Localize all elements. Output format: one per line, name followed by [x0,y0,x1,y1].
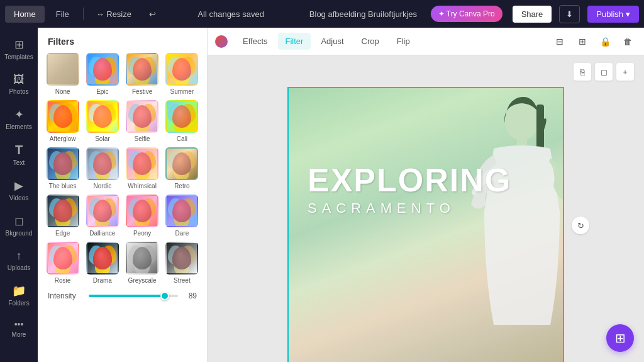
intensity-label: Intensity [48,291,82,300]
filter-thumb-dare [165,195,198,227]
filter-item-drama[interactable]: Drama [85,242,119,284]
filter-thumb-epic [86,53,119,86]
filter-label-nordic: Nordic [93,183,111,189]
filter-thumb-greyscale [126,242,158,274]
toolbar-flip-btn[interactable]: Flip [389,33,418,50]
toolbar-filter-btn[interactable]: Filter [278,33,311,50]
lock-icon-btn[interactable]: 🔒 [596,33,614,50]
filter-label-afterglow: Afterglow [50,135,76,142]
filter-item-selfie[interactable]: Selfie [125,100,160,142]
nav-tab-home[interactable]: Home [5,6,45,23]
filter-thumb-summer [165,53,198,86]
color-picker-dot[interactable] [215,35,228,48]
more-icon: ••• [14,319,24,329]
filter-item-whimsical[interactable]: Whimsical [125,147,160,189]
filter-item-solar[interactable]: Solar [85,100,119,142]
filter-label-edge: Edge [55,230,70,237]
filter-item-epic[interactable]: Epic [85,53,119,95]
sidebar-item-folders[interactable]: 📁 Folders [3,279,35,312]
publish-button[interactable]: Publish ▾ [587,6,639,23]
sidebar-item-text[interactable]: T Text [3,138,35,171]
delete-icon-btn[interactable]: 🗑 [619,33,636,50]
filter-thumb-edge [47,195,79,227]
toolbar-adjust-btn[interactable]: Adjust [313,33,351,50]
filter-thumb-solar [86,100,119,133]
chevron-down-icon: ▾ [626,9,630,19]
share-button[interactable]: Share [513,6,552,23]
trash-icon: 🗑 [623,37,632,47]
refresh-icon: ↻ [577,221,584,230]
grid-icon-btn[interactable]: ⊞ [574,33,591,50]
canvas-image[interactable]: EXPLORING SACRAMENTO [287,87,564,362]
filter-item-greyscale[interactable]: Greyscale [125,242,160,284]
top-navigation: Home File ↔ Resize ↩ All changes saved B… [0,0,644,28]
filter-label-dalliance: Dalliance [89,230,115,237]
filter-thumb-drama [86,242,119,274]
panel-title: Filters [38,28,207,53]
intensity-section: Intensity 89 [38,284,207,308]
filter-item-nordic[interactable]: Nordic [85,147,119,189]
filters-panel: Filters NoneEpicFestiveSummerAfterglowSo… [38,28,208,362]
document-title: All changes saved [166,9,296,19]
filter-item-festive[interactable]: Festive [125,53,160,95]
filter-thumb-festive [126,53,158,86]
sidebar-icon-bar: ⊞ Templates 🖼 Photos ✦ Elements T Text ▶… [0,28,38,362]
filter-label-theblues: The blues [49,183,77,189]
doc-name: Blog afbeelding Bruiloftjurkjes [298,9,428,19]
sidebar-item-uploads[interactable]: ↑ Uploads [3,244,35,276]
sidebar-item-templates[interactable]: ⊞ Templates [3,33,35,65]
intensity-value: 89 [184,291,197,300]
filter-item-peony[interactable]: Peony [125,195,160,237]
undo-icon: ↩ [149,9,156,19]
background-icon: ◻ [14,214,24,228]
refresh-button[interactable]: ↻ [572,217,589,234]
sidebar-item-background[interactable]: ◻ Bkground [3,209,35,242]
image-toolbar: Effects Filter Adjust Crop Flip ⊟ ⊞ 🔒 🗑 [208,28,644,55]
toolbar-right-icons: ⊟ ⊞ 🔒 🗑 [551,33,636,50]
resize-button[interactable]: ↔ Resize [89,6,139,23]
intensity-slider[interactable] [89,295,178,297]
filter-item-dalliance[interactable]: Dalliance [85,195,119,237]
sidebar-item-more[interactable]: ••• More [3,314,35,343]
filter-label-selfie: Selfie [135,135,150,142]
duplicate-icon: ◻ [601,67,608,77]
toolbar-crop-btn[interactable]: Crop [354,33,387,50]
sidebar-item-elements[interactable]: ✦ Elements [3,103,35,135]
filter-thumb-peony [126,195,158,227]
canvas-action-add[interactable]: + [616,63,634,81]
canvas-action-copy[interactable]: ⎘ [574,63,591,81]
download-button[interactable]: ⬇ [559,5,580,23]
filter-item-afterglow[interactable]: Afterglow [45,100,80,142]
toolbar-effects-btn[interactable]: Effects [235,33,275,50]
try-pro-button[interactable]: ✦ Try Canva Pro [431,6,502,22]
filter-label-summer: Summer [170,88,194,95]
lock-icon: 🔒 [600,37,611,47]
canvas-text-overlay: EXPLORING SACRAMENTO [308,164,511,217]
fab-icon: ⊞ [615,331,626,346]
filter-item-rosie[interactable]: Rosie [45,242,80,284]
nav-tab-file[interactable]: File [47,6,78,23]
canvas-area: ⎘ ◻ + [208,55,644,362]
filter-item-edge[interactable]: Edge [45,195,80,237]
filter-item-retro[interactable]: Retro [165,147,199,189]
filter-item-theblues[interactable]: The blues [45,147,80,189]
filter-item-dare[interactable]: Dare [165,195,199,237]
filter-item-cali[interactable]: Cali [165,100,199,142]
canvas-action-duplicate[interactable]: ◻ [595,63,613,81]
filter-label-cali: Cali [177,135,187,142]
align-icon: ⊟ [556,37,564,47]
floating-action-button[interactable]: ⊞ [606,324,634,352]
elements-icon: ✦ [14,108,24,122]
filter-item-street[interactable]: Street [165,242,199,284]
sidebar-item-photos[interactable]: 🖼 Photos [3,68,35,100]
sidebar-item-videos[interactable]: ▶ Videos [3,174,35,206]
filter-label-dare: Dare [175,230,189,237]
templates-icon: ⊞ [14,38,24,52]
align-icon-btn[interactable]: ⊟ [551,33,569,50]
undo-button[interactable]: ↩ [142,6,164,23]
filter-item-none[interactable]: None [45,53,80,95]
folders-icon: 📁 [12,284,26,298]
filter-thumb-none [47,53,79,86]
grid-icon: ⊞ [579,37,586,47]
filter-item-summer[interactable]: Summer [165,53,199,95]
